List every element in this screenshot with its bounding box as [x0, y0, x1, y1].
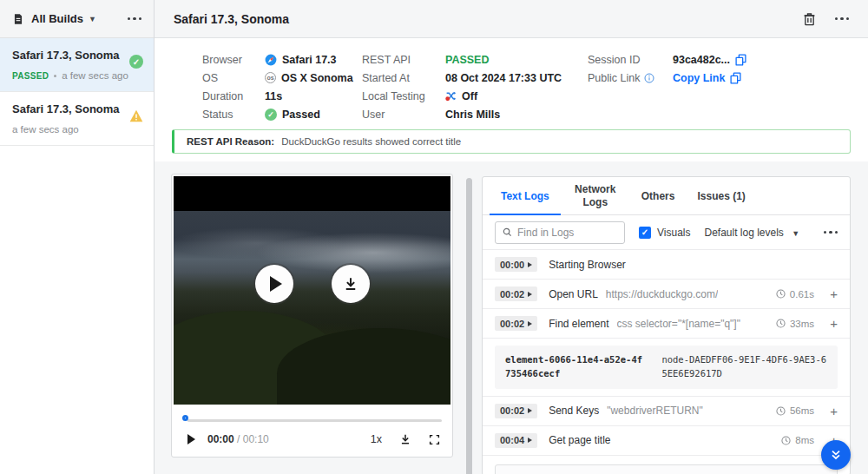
log-row: 00:00 Starting Browser [483, 250, 850, 280]
element-id: element-6066-11e4-a52e-4f735466cecf [505, 353, 646, 381]
clock-icon [781, 436, 791, 445]
logs-tabs: Text Logs Network Logs Others Issues (1) [483, 177, 850, 215]
builds-title: All Builds [31, 12, 83, 25]
expand-log-button[interactable]: + [819, 286, 838, 301]
local-testing-value: Off [462, 90, 477, 102]
log-detail: https://duckduckgo.com/ [606, 288, 718, 300]
timestamp-chip[interactable]: 00:00 [495, 257, 537, 272]
vertical-scrollbar[interactable] [466, 178, 472, 474]
log-row: 00:04 Get page title 8ms + [483, 426, 850, 456]
copy-session-id-button[interactable] [735, 54, 746, 66]
log-duration: 8ms [795, 435, 814, 445]
log-action: Send Keys [549, 405, 599, 417]
build-name: Safari 17.3, Sonoma [12, 102, 141, 115]
download-icon [343, 276, 358, 292]
element-result-row: element-6066-11e4-a52e-4f735466cecf node… [483, 339, 850, 397]
user-value: Chris Mills [445, 109, 500, 121]
meta-label: Public Link [588, 72, 640, 84]
timestamp-chip[interactable]: 00:02 [495, 286, 537, 301]
meta-label: REST API [362, 54, 445, 66]
meta-label: Duration [202, 90, 265, 102]
double-chevron-down-icon [829, 448, 843, 462]
check-circle-icon: ✓ [265, 109, 277, 121]
session-id-value: 93ca482c... [673, 54, 730, 66]
build-time: a few secs ago [12, 124, 79, 135]
delete-session-button[interactable] [803, 12, 816, 26]
tab-others[interactable]: Others [630, 177, 687, 214]
meta-label: User [362, 109, 445, 121]
session-content: 00:00 / 00:10 1x Text Logs Network Logs … [155, 161, 868, 474]
builds-menu-button[interactable] [128, 17, 142, 21]
meta-label: Status [202, 109, 265, 121]
expand-log-button[interactable]: + [819, 316, 838, 331]
play-icon [270, 276, 282, 292]
build-item-warning[interactable]: Safari 17.3, Sonoma a few secs ago [0, 92, 154, 146]
log-action: Find element [549, 318, 608, 330]
visuals-checkbox[interactable]: ✓ [639, 227, 651, 239]
local-testing-icon [445, 90, 457, 102]
browser-value: Safari 17.3 [282, 54, 337, 66]
session-menu-button[interactable] [835, 17, 850, 21]
download-video-button[interactable] [332, 265, 370, 303]
clock-icon [776, 319, 786, 328]
timestamp-chip[interactable]: 00:02 [495, 404, 537, 418]
build-status-badge: PASSED [12, 71, 49, 81]
tab-network-logs[interactable]: Network Logs [561, 177, 630, 214]
log-levels-dropdown[interactable]: Default log levels ▼ [704, 227, 799, 239]
play-icon [528, 408, 532, 413]
video-thumbnail [174, 176, 450, 405]
meta-label: Session ID [588, 54, 673, 66]
log-action: Starting Browser [549, 259, 626, 271]
play-icon[interactable] [187, 434, 195, 444]
video-progress-bar[interactable] [182, 415, 442, 426]
log-search-box[interactable] [495, 221, 625, 244]
meta-label: OS [202, 72, 265, 84]
node-id: node-DAEDFF06-9E1F-4DF6-9AE3-65EE6E92617… [661, 353, 827, 381]
tab-issues[interactable]: Issues (1) [686, 177, 756, 214]
os-value: OS X Sonoma [281, 72, 353, 84]
video-controls: 00:00 / 00:10 1x [172, 406, 452, 457]
copy-public-link-button[interactable]: Copy Link [673, 72, 741, 84]
meta-label: Started At [362, 72, 445, 84]
scroll-to-bottom-button[interactable] [821, 440, 851, 470]
log-action: Open URL [549, 288, 598, 300]
builds-header[interactable]: All Builds ▼ [0, 0, 154, 38]
build-item-passed[interactable]: Safari 17.3, Sonoma PASSED a few secs ag… [0, 38, 154, 92]
download-icon[interactable] [399, 433, 411, 445]
clock-icon [776, 289, 786, 299]
expand-log-button[interactable]: + [819, 404, 838, 418]
tab-text-logs[interactable]: Text Logs [490, 177, 561, 214]
play-video-button[interactable] [255, 265, 293, 303]
log-detail: "webdriverRETURN" [607, 405, 703, 417]
play-icon [528, 438, 532, 443]
log-action: Get page title [549, 434, 610, 446]
log-row: 00:02 Send Keys "webdriverRETURN" 56ms + [483, 397, 850, 426]
session-title: Safari 17.3, Sonoma [174, 12, 289, 26]
log-duration: 33ms [790, 319, 814, 329]
video-time: 00:00 / 00:10 [207, 433, 269, 445]
playback-speed-button[interactable]: 1x [371, 433, 382, 445]
banner-label: REST API Reason: [187, 136, 274, 147]
check-circle-icon: ✓ [129, 55, 143, 69]
search-input[interactable] [517, 227, 617, 239]
log-duration: 0.61s [790, 289, 814, 300]
progress-handle[interactable] [182, 415, 188, 421]
play-icon [528, 321, 532, 326]
logs-toolbar: ✓ Visuals Default log levels ▼ [483, 215, 850, 250]
rest-api-reason-banner: REST API Reason: DuckDuckGo results show… [172, 129, 851, 154]
timestamp-chip[interactable]: 00:04 [495, 433, 537, 448]
warning-triangle-icon [129, 109, 143, 122]
timestamp-chip[interactable]: 00:02 [495, 316, 537, 331]
build-time: a few secs ago [62, 70, 128, 81]
clock-icon [776, 406, 786, 416]
session-details: Browser Safari 17.3 OS os OS X Sonoma Du… [155, 39, 868, 161]
fullscreen-icon[interactable] [429, 434, 440, 445]
duration-value: 11s [265, 90, 282, 102]
separator-dot [54, 75, 56, 77]
play-icon [528, 262, 532, 267]
info-icon[interactable] [644, 73, 654, 83]
page-title-result: webdriver at DuckDuckGo [495, 464, 838, 474]
log-row: 00:02 Find element css selector="*[name=… [483, 309, 850, 339]
logs-menu-button[interactable] [824, 231, 838, 234]
log-row: 00:02 Open URL https://duckduckgo.com/ 0… [483, 280, 850, 309]
